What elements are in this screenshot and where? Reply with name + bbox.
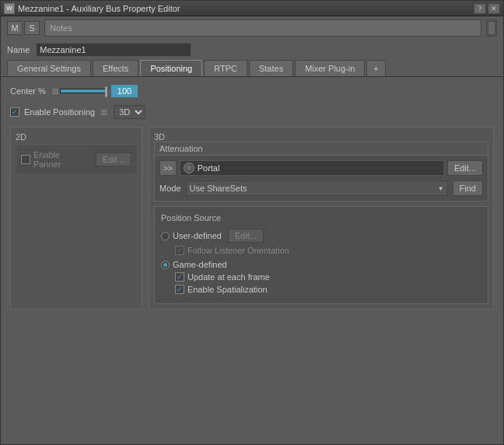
app-icon: W [4,3,15,14]
enable-positioning-label: Enable Positioning [24,107,95,117]
update-frame-row: Update at each frame [175,272,481,282]
follow-listener-checkbox[interactable] [175,246,184,255]
panel-3d: 3D Attenuation >> ⊙ Portal Edit... Mode [149,127,494,310]
follow-listener-row: Follow Listener Orientation [175,246,481,255]
notes-scrollbar [486,19,497,37]
enable-positioning-row: Enable Positioning 3D 2D [10,105,494,119]
attenuation-input-row: >> ⊙ Portal Edit... [159,160,483,176]
name-label: Name [7,45,30,54]
help-button[interactable]: ? [474,3,486,14]
title-bar-left: W Mezzanine1 - Auxiliary Bus Property Ed… [4,3,180,14]
ms-buttons-toolbar: M S [7,21,40,35]
attenuation-type-icon: ⊙ [184,163,194,173]
tab-states[interactable]: States [249,60,293,76]
window-title: Mezzanine1 - Auxiliary Bus Property Edit… [18,4,180,13]
center-value: 100 [111,85,138,97]
tab-effects[interactable]: Effects [93,60,138,76]
user-defined-row: User-defined Edit... [161,229,481,243]
user-defined-edit-button[interactable]: Edit... [228,229,264,243]
game-defined-row: Game-defined [161,260,481,269]
position-source-panel: Position Source User-defined Edit... Fol… [154,206,488,304]
center-slider[interactable] [60,89,107,93]
enable-positioning-checkbox[interactable] [10,107,19,117]
attenuation-arrow-button[interactable]: >> [159,160,177,176]
panner-edit-button[interactable]: Edit... [96,152,131,166]
center-row: Center % 100 [10,85,494,97]
mode-chevron-icon: ▼ [438,185,444,192]
tab-positioning[interactable]: Positioning [140,60,202,76]
tab-general-settings[interactable]: General Settings [7,60,91,76]
center-drag-handle[interactable] [52,89,58,94]
name-input[interactable]: Mezzanine1 [36,43,191,57]
enable-spatialization-label: Enable Spatialization [187,285,268,294]
m-button[interactable]: M [7,21,23,35]
update-frame-label: Update at each frame [187,272,270,282]
mode-select[interactable]: Use ShareSets ▼ [186,180,448,196]
attenuation-edit-button[interactable]: Edit... [447,160,483,176]
panel-2d-title: 2D [16,132,26,142]
tab-mixer-plugin[interactable]: Mixer Plug-in [295,60,365,76]
enable-panner-label: Enable Panner [33,150,89,169]
dimension-select[interactable]: 3D 2D [114,105,145,119]
enable-spatialization-row: Enable Spatialization [175,285,481,294]
game-defined-radio[interactable] [161,261,170,269]
update-frame-checkbox[interactable] [175,272,184,282]
title-buttons: ? ✕ [474,3,500,14]
notes-field[interactable]: Notes [44,19,481,37]
attenuation-panel: Attenuation >> ⊙ Portal Edit... Mode Use… [154,142,488,201]
mode-row: Mode Use ShareSets ▼ Find [159,180,483,196]
find-button[interactable]: Find [453,180,483,196]
game-defined-options: Update at each frame Enable Spatializati… [161,272,481,294]
name-row: Name Mezzanine1 [1,40,503,60]
tab-add[interactable]: + [366,60,385,76]
center-label: Center % [10,86,46,96]
dimension-drag-handle[interactable] [101,110,107,115]
panel-3d-title: 3D [154,132,165,142]
two-column-layout: 2D Enable Panner Edit... 3D Attenuation [10,127,494,310]
attenuation-value-field[interactable]: ⊙ Portal [180,160,444,176]
follow-listener-indent: Follow Listener Orientation [161,246,481,255]
content-area: Center % 100 Enable Positioning [1,77,503,444]
attenuation-title: Attenuation [155,142,488,156]
user-defined-radio[interactable] [161,232,170,240]
mode-label: Mode [159,184,181,193]
game-defined-label: Game-defined [173,260,227,269]
position-source-title: Position Source [161,213,481,223]
user-defined-label: User-defined [173,231,222,240]
main-window: W Mezzanine1 - Auxiliary Bus Property Ed… [0,0,504,445]
panel-2d: 2D Enable Panner Edit... [10,127,142,310]
enable-panner-checkbox[interactable] [21,155,30,164]
enable-spatialization-checkbox[interactable] [175,285,184,294]
s-button[interactable]: S [24,21,40,35]
close-button[interactable]: ✕ [488,3,500,14]
follow-listener-label: Follow Listener Orientation [187,246,289,255]
title-bar: W Mezzanine1 - Auxiliary Bus Property Ed… [1,1,503,16]
tabs-row: General Settings Effects Positioning RTP… [1,60,503,77]
tab-rtpc[interactable]: RTPC [204,60,247,76]
